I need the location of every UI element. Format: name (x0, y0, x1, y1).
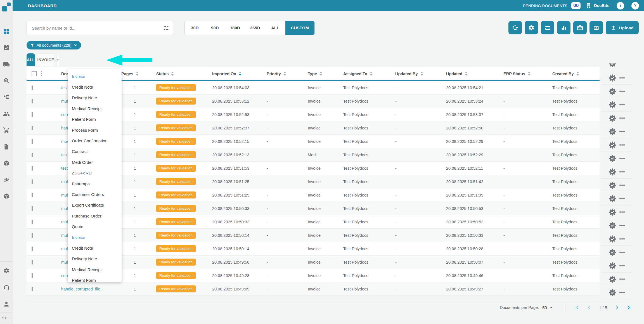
row-checkbox[interactable] (32, 99, 33, 103)
validation-clipboard-icon[interactable] (3, 44, 10, 51)
integrations-orbit-icon[interactable] (3, 176, 10, 183)
type-menu-item[interactable]: Invoice (68, 71, 122, 82)
column-header[interactable]: Status (152, 72, 208, 76)
first-page-icon[interactable] (574, 305, 580, 310)
row-checkbox[interactable] (32, 166, 33, 171)
sort-icon[interactable] (283, 72, 286, 76)
app-logo-icon[interactable] (2, 2, 11, 12)
type-menu-item[interactable]: Patient Form (68, 114, 122, 125)
type-menu-item[interactable]: Credit Note (68, 82, 122, 92)
more-actions-icon[interactable] (619, 171, 621, 172)
row-checkbox[interactable] (32, 273, 33, 278)
select-all-checkbox[interactable] (32, 71, 37, 76)
row-checkbox[interactable] (32, 112, 33, 117)
invoice-document-icon[interactable]: $ (3, 143, 10, 150)
support-headset-icon[interactable] (3, 284, 10, 291)
scanner-button[interactable] (541, 21, 554, 34)
per-page-caret-icon[interactable] (550, 307, 553, 308)
type-menu-item[interactable]: Delivery Note (68, 93, 122, 103)
column-header[interactable]: Type (304, 72, 339, 76)
type-menu-item[interactable]: Export Certificate (68, 200, 122, 211)
document-type-tab[interactable]: INVOICE (37, 53, 54, 66)
column-header[interactable]: Updated (442, 72, 499, 76)
type-menu-item[interactable]: Invoice (68, 232, 122, 243)
analytics-button[interactable] (557, 21, 570, 34)
sort-icon[interactable] (319, 72, 322, 76)
type-menu-item[interactable]: Credit Note (68, 243, 122, 253)
row-checkbox[interactable] (32, 287, 33, 291)
type-menu-item[interactable]: Medi Order (68, 157, 122, 167)
type-menu-item[interactable]: Process Form (68, 125, 122, 135)
documents-filter-chip[interactable]: All documents (228) (27, 41, 81, 49)
document-type-tab[interactable]: + (56, 53, 60, 66)
users-icon[interactable] (3, 110, 10, 117)
type-menu-item[interactable]: Order Confirmation (68, 135, 122, 146)
package-alt-icon[interactable] (3, 193, 10, 200)
more-actions-icon[interactable] (619, 131, 621, 132)
analytics-search-icon[interactable] (3, 77, 10, 84)
organization-building-icon[interactable] (586, 3, 591, 9)
type-menu-item[interactable]: Medical Receipt (68, 264, 122, 275)
type-menu-item[interactable]: Fatturapa (68, 178, 122, 189)
last-page-icon[interactable] (626, 305, 632, 310)
more-actions-icon[interactable] (619, 278, 621, 280)
date-filter-button[interactable]: 30D (185, 21, 205, 35)
row-checkbox[interactable] (32, 153, 33, 157)
workflow-icon[interactable] (3, 94, 10, 101)
row-checkbox[interactable] (32, 179, 33, 184)
type-menu-item[interactable]: Customer Orders (68, 189, 122, 200)
column-header[interactable]: ERP Status (499, 72, 548, 76)
type-menu-item[interactable]: Contract (68, 146, 122, 157)
column-header[interactable]: Priority (263, 72, 304, 76)
table-row[interactable]: handle_corrupted_file... 1 Ready for val… (27, 282, 600, 296)
type-menu-item[interactable]: Patient Form (68, 275, 122, 282)
cell-document-name[interactable]: handle_corrupted_file... (57, 287, 117, 291)
type-menu-item[interactable]: Quote (68, 221, 122, 232)
column-header[interactable]: Updated By (391, 72, 442, 76)
help-icon[interactable]: ? (631, 2, 639, 10)
more-actions-icon[interactable] (619, 185, 621, 186)
settings-gear-icon[interactable] (3, 267, 10, 274)
more-actions-icon[interactable] (619, 252, 621, 253)
document-type-tab[interactable]: ALL (27, 53, 35, 66)
type-menu-item[interactable]: Purchase Order (68, 211, 122, 221)
info-icon[interactable]: i (617, 2, 624, 10)
date-filter-button[interactable]: 180D (225, 21, 245, 35)
date-filter-button[interactable]: 365D (245, 21, 265, 35)
type-menu-item[interactable]: Delivery Note (68, 254, 122, 264)
sort-icon[interactable] (136, 72, 139, 76)
prev-page-icon[interactable] (586, 305, 592, 310)
row-checkbox[interactable] (32, 233, 33, 238)
mail-import-button[interactable] (573, 21, 587, 34)
row-checkbox[interactable] (32, 139, 33, 144)
filter-tune-icon[interactable] (163, 25, 169, 31)
more-actions-icon[interactable] (619, 158, 621, 159)
more-actions-icon[interactable] (619, 198, 621, 199)
more-actions-icon[interactable] (619, 225, 621, 226)
sort-icon[interactable] (528, 72, 531, 76)
more-actions-icon[interactable] (619, 91, 621, 92)
column-header[interactable]: Imported On (208, 72, 263, 76)
delivery-truck-icon[interactable] (3, 61, 10, 68)
date-filter-button[interactable]: CUSTOM (285, 21, 314, 35)
date-filter-button[interactable]: ALL (265, 21, 285, 35)
column-header[interactable]: Pages (117, 72, 152, 76)
more-actions-icon[interactable] (619, 292, 621, 293)
brand-name[interactable]: DocBits (594, 3, 609, 8)
export-button[interactable] (589, 21, 603, 34)
row-checkbox[interactable] (32, 220, 33, 224)
dashboard-grid-icon[interactable] (3, 28, 10, 35)
user-profile-icon[interactable] (3, 301, 10, 308)
sort-icon[interactable] (465, 72, 468, 76)
column-header[interactable]: Assigned To (339, 72, 391, 76)
package-icon[interactable] (3, 160, 10, 167)
more-actions-icon[interactable] (619, 77, 621, 79)
sort-icon[interactable] (239, 72, 242, 76)
sort-icon[interactable] (576, 72, 579, 76)
more-actions-icon[interactable] (619, 265, 621, 266)
row-checkbox[interactable] (32, 86, 33, 90)
row-checkbox[interactable] (32, 247, 33, 251)
next-page-icon[interactable] (614, 305, 620, 310)
sort-icon[interactable] (420, 72, 423, 76)
column-header[interactable]: Created By (548, 72, 600, 76)
